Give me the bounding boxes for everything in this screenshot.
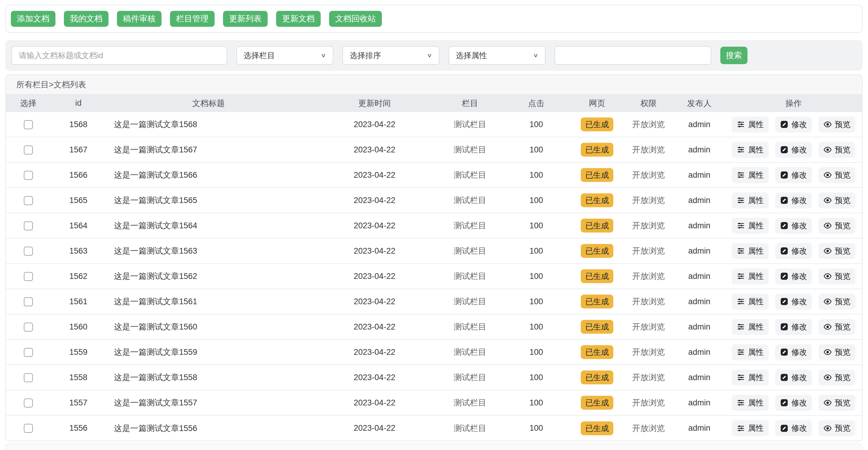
preview-button[interactable]: 预览 bbox=[818, 167, 855, 183]
column-header: 栏目 bbox=[438, 95, 501, 112]
toolbar-button-2[interactable]: 稿件审核 bbox=[117, 11, 161, 27]
pencil-square-icon bbox=[780, 297, 788, 306]
row-checkbox[interactable] bbox=[24, 398, 33, 408]
attributes-button[interactable]: 属性 bbox=[732, 167, 769, 183]
preview-button[interactable]: 预览 bbox=[818, 369, 855, 386]
status-badge: 已生成 bbox=[581, 320, 613, 334]
pencil-square-icon bbox=[780, 247, 788, 255]
table-row: 1560 这是一篇测试文章1560 2023-04-22 测试栏目 100 已生… bbox=[6, 314, 862, 340]
row-checkbox[interactable] bbox=[24, 247, 33, 256]
doc-clicks: 100 bbox=[501, 263, 571, 289]
status-badge: 已生成 bbox=[581, 371, 613, 384]
sliders-icon bbox=[737, 120, 745, 129]
preview-button[interactable]: 预览 bbox=[818, 117, 855, 132]
row-checkbox[interactable] bbox=[24, 196, 33, 205]
doc-category: 测试栏目 bbox=[438, 137, 501, 162]
row-checkbox[interactable] bbox=[24, 348, 33, 357]
attributes-button[interactable]: 属性 bbox=[732, 117, 769, 132]
row-checkbox[interactable] bbox=[24, 171, 33, 180]
preview-button[interactable]: 预览 bbox=[818, 319, 855, 335]
edit-button[interactable]: 修改 bbox=[775, 117, 812, 132]
attributes-button-label: 属性 bbox=[748, 170, 764, 181]
preview-button[interactable]: 预览 bbox=[818, 294, 855, 310]
row-checkbox[interactable] bbox=[24, 424, 33, 433]
edit-button[interactable]: 修改 bbox=[775, 395, 812, 411]
doc-category: 测试栏目 bbox=[438, 289, 501, 314]
edit-button[interactable]: 修改 bbox=[775, 142, 812, 158]
row-checkbox[interactable] bbox=[24, 373, 33, 382]
preview-button[interactable]: 预览 bbox=[818, 268, 855, 284]
edit-button[interactable]: 修改 bbox=[775, 319, 812, 335]
preview-button[interactable]: 预览 bbox=[818, 395, 855, 411]
row-checkbox[interactable] bbox=[24, 146, 33, 155]
status-badge: 已生成 bbox=[581, 269, 613, 283]
eye-icon bbox=[824, 247, 832, 255]
column-header: 权限 bbox=[623, 95, 674, 112]
toolbar-button-5[interactable]: 更新文档 bbox=[276, 11, 321, 27]
doc-updated: 2023-04-22 bbox=[311, 238, 438, 263]
preview-button[interactable]: 预览 bbox=[818, 243, 855, 259]
status-badge: 已生成 bbox=[581, 219, 613, 232]
doc-category: 测试栏目 bbox=[438, 112, 501, 137]
row-checkbox[interactable] bbox=[24, 272, 33, 281]
attributes-button[interactable]: 属性 bbox=[732, 218, 769, 234]
edit-button[interactable]: 修改 bbox=[775, 218, 812, 234]
preview-button[interactable]: 预览 bbox=[818, 344, 855, 360]
attributes-button[interactable]: 属性 bbox=[732, 192, 769, 208]
doc-id: 1561 bbox=[51, 289, 106, 314]
sliders-icon bbox=[737, 424, 745, 432]
attributes-button[interactable]: 属性 bbox=[732, 243, 769, 259]
doc-title: 这是一篇测试文章1561 bbox=[106, 289, 311, 314]
edit-button[interactable]: 修改 bbox=[775, 268, 812, 284]
row-checkbox[interactable] bbox=[24, 221, 33, 230]
attributes-button[interactable]: 属性 bbox=[732, 369, 769, 386]
edit-button[interactable]: 修改 bbox=[775, 192, 812, 208]
preview-button-label: 预览 bbox=[835, 144, 850, 155]
preview-button[interactable]: 预览 bbox=[818, 192, 855, 208]
preview-button-label: 预览 bbox=[835, 347, 850, 357]
doc-updated: 2023-04-22 bbox=[311, 314, 438, 340]
doc-category: 测试栏目 bbox=[438, 314, 501, 340]
edit-button[interactable]: 修改 bbox=[775, 344, 812, 360]
column-select[interactable]: 选择栏目 ∨ bbox=[236, 46, 333, 65]
preview-button-label: 预览 bbox=[835, 296, 850, 307]
search-button[interactable]: 搜索 bbox=[720, 47, 747, 64]
sliders-icon bbox=[737, 247, 745, 255]
attributes-button[interactable]: 属性 bbox=[732, 319, 769, 335]
chevron-down-icon: ∨ bbox=[533, 52, 538, 59]
preview-button[interactable]: 预览 bbox=[818, 218, 855, 234]
toolbar-button-1[interactable]: 我的文档 bbox=[64, 11, 108, 27]
row-checkbox[interactable] bbox=[24, 297, 33, 306]
preview-button[interactable]: 预览 bbox=[818, 420, 855, 436]
extra-keyword-input[interactable] bbox=[555, 46, 711, 65]
edit-button[interactable]: 修改 bbox=[775, 369, 812, 386]
attributes-button[interactable]: 属性 bbox=[732, 344, 769, 360]
sort-select[interactable]: 选择排序 ∨ bbox=[342, 46, 439, 65]
toolbar-button-6[interactable]: 文档回收站 bbox=[329, 11, 382, 27]
edit-button[interactable]: 修改 bbox=[775, 420, 812, 436]
toolbar-button-0[interactable]: 添加文档 bbox=[11, 11, 56, 27]
search-bar: 选择栏目 ∨ 选择排序 ∨ 选择属性 ∨ 搜索 bbox=[5, 40, 863, 71]
row-checkbox[interactable] bbox=[24, 323, 33, 332]
table-row: 1568 这是一篇测试文章1568 2023-04-22 测试栏目 100 已生… bbox=[6, 112, 862, 137]
row-checkbox[interactable] bbox=[24, 120, 33, 129]
edit-button[interactable]: 修改 bbox=[775, 243, 812, 259]
attributes-button[interactable]: 属性 bbox=[732, 395, 769, 411]
sliders-icon bbox=[737, 373, 745, 382]
edit-button[interactable]: 修改 bbox=[775, 167, 812, 183]
toolbar-button-3[interactable]: 栏目管理 bbox=[170, 11, 215, 27]
attributes-button[interactable]: 属性 bbox=[732, 142, 769, 158]
chevron-down-icon: ∨ bbox=[427, 52, 432, 59]
preview-button-label: 预览 bbox=[835, 271, 850, 282]
attribute-select[interactable]: 选择属性 ∨ bbox=[448, 46, 546, 65]
attributes-button[interactable]: 属性 bbox=[732, 420, 769, 436]
toolbar-button-4[interactable]: 更新列表 bbox=[223, 11, 268, 27]
eye-icon bbox=[824, 373, 832, 382]
doc-updated: 2023-04-22 bbox=[311, 289, 438, 314]
edit-button[interactable]: 修改 bbox=[775, 294, 812, 310]
preview-button[interactable]: 预览 bbox=[818, 142, 855, 158]
attributes-button-label: 属性 bbox=[748, 246, 764, 256]
attributes-button[interactable]: 属性 bbox=[732, 294, 769, 310]
search-input[interactable] bbox=[11, 46, 227, 65]
attributes-button[interactable]: 属性 bbox=[732, 268, 769, 284]
